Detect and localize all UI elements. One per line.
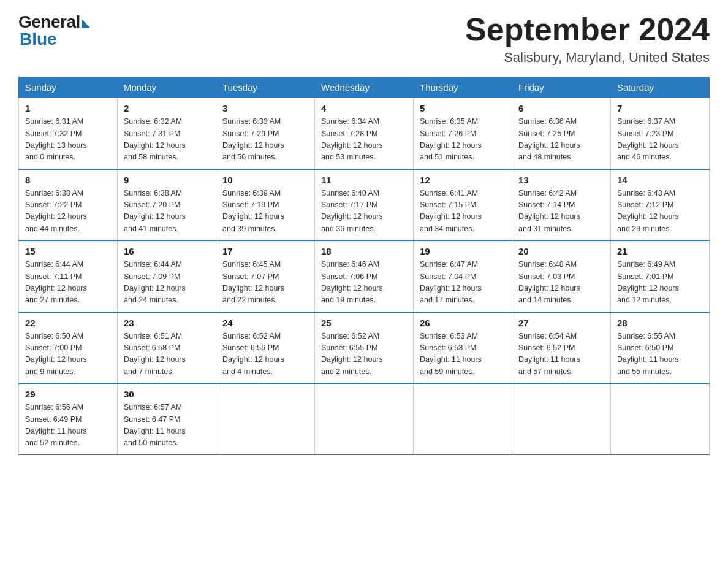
day-number: 27 (518, 318, 604, 328)
weekday-header-monday: Monday (118, 77, 216, 98)
calendar-day: 7Sunrise: 6:37 AMSunset: 7:23 PMDaylight… (611, 98, 710, 169)
weekday-header-wednesday: Wednesday (315, 77, 414, 98)
day-number: 2 (124, 103, 210, 113)
day-number: 24 (222, 318, 308, 328)
weekday-header-thursday: Thursday (414, 77, 512, 98)
calendar-day: 14Sunrise: 6:43 AMSunset: 7:12 PMDayligh… (611, 169, 710, 241)
weekday-header-friday: Friday (512, 77, 611, 98)
day-info: Sunrise: 6:54 AMSunset: 6:52 PMDaylight:… (518, 331, 604, 378)
calendar-day: 16Sunrise: 6:44 AMSunset: 7:09 PMDayligh… (118, 240, 216, 312)
calendar-day: 11Sunrise: 6:40 AMSunset: 7:17 PMDayligh… (315, 169, 414, 241)
day-info: Sunrise: 6:53 AMSunset: 6:53 PMDaylight:… (420, 331, 506, 378)
calendar-day: 13Sunrise: 6:42 AMSunset: 7:14 PMDayligh… (512, 169, 611, 241)
day-number: 15 (25, 246, 111, 256)
calendar-day: 22Sunrise: 6:50 AMSunset: 7:00 PMDayligh… (19, 312, 118, 384)
day-number: 19 (420, 246, 506, 256)
day-number: 14 (617, 175, 703, 185)
calendar-day: 26Sunrise: 6:53 AMSunset: 6:53 PMDayligh… (414, 312, 512, 384)
weekday-header-saturday: Saturday (611, 77, 710, 98)
day-number: 6 (518, 103, 604, 113)
day-number: 12 (420, 175, 506, 185)
calendar-day: 30Sunrise: 6:57 AMSunset: 6:47 PMDayligh… (118, 383, 216, 454)
calendar-week-3: 15Sunrise: 6:44 AMSunset: 7:11 PMDayligh… (19, 240, 710, 312)
calendar-day (414, 383, 512, 454)
day-number: 10 (222, 175, 308, 185)
day-info: Sunrise: 6:45 AMSunset: 7:07 PMDaylight:… (222, 259, 308, 307)
day-info: Sunrise: 6:31 AMSunset: 7:32 PMDaylight:… (25, 116, 111, 164)
calendar-day: 17Sunrise: 6:45 AMSunset: 7:07 PMDayligh… (216, 240, 315, 312)
day-info: Sunrise: 6:48 AMSunset: 7:03 PMDaylight:… (518, 259, 604, 307)
title-block: September 2024 Salisbury, Maryland, Unit… (465, 12, 710, 66)
day-info: Sunrise: 6:41 AMSunset: 7:15 PMDaylight:… (420, 188, 506, 236)
day-number: 20 (518, 246, 604, 256)
day-info: Sunrise: 6:52 AMSunset: 6:56 PMDaylight:… (222, 331, 308, 378)
day-info: Sunrise: 6:44 AMSunset: 7:09 PMDaylight:… (124, 259, 210, 307)
day-info: Sunrise: 6:44 AMSunset: 7:11 PMDaylight:… (25, 259, 111, 307)
day-info: Sunrise: 6:39 AMSunset: 7:19 PMDaylight:… (222, 188, 308, 236)
day-number: 25 (321, 318, 407, 328)
page-header: General Blue September 2024 Salisbury, M… (18, 12, 710, 66)
calendar-table: SundayMondayTuesdayWednesdayThursdayFrid… (18, 77, 710, 455)
day-number: 11 (321, 175, 407, 185)
calendar-day: 27Sunrise: 6:54 AMSunset: 6:52 PMDayligh… (512, 312, 611, 384)
day-info: Sunrise: 6:38 AMSunset: 7:20 PMDaylight:… (124, 188, 210, 236)
day-number: 23 (124, 318, 210, 328)
day-info: Sunrise: 6:40 AMSunset: 7:17 PMDaylight:… (321, 188, 407, 236)
day-number: 18 (321, 246, 407, 256)
day-number: 29 (25, 389, 111, 399)
calendar-day: 1Sunrise: 6:31 AMSunset: 7:32 PMDaylight… (19, 98, 118, 169)
calendar-day: 3Sunrise: 6:33 AMSunset: 7:29 PMDaylight… (216, 98, 315, 169)
calendar-day: 20Sunrise: 6:48 AMSunset: 7:03 PMDayligh… (512, 240, 611, 312)
weekday-header-tuesday: Tuesday (216, 77, 315, 98)
day-number: 13 (518, 175, 604, 185)
calendar-day (611, 383, 710, 454)
day-number: 4 (321, 103, 407, 113)
calendar-week-5: 29Sunrise: 6:56 AMSunset: 6:49 PMDayligh… (19, 383, 710, 454)
day-info: Sunrise: 6:56 AMSunset: 6:49 PMDaylight:… (25, 402, 111, 450)
day-info: Sunrise: 6:32 AMSunset: 7:31 PMDaylight:… (124, 116, 210, 164)
calendar-day: 25Sunrise: 6:52 AMSunset: 6:55 PMDayligh… (315, 312, 414, 384)
calendar-day: 2Sunrise: 6:32 AMSunset: 7:31 PMDaylight… (118, 98, 216, 169)
day-info: Sunrise: 6:42 AMSunset: 7:14 PMDaylight:… (518, 188, 604, 236)
day-info: Sunrise: 6:36 AMSunset: 7:25 PMDaylight:… (518, 116, 604, 164)
day-number: 5 (420, 103, 506, 113)
calendar-week-4: 22Sunrise: 6:50 AMSunset: 7:00 PMDayligh… (19, 312, 710, 384)
day-number: 26 (420, 318, 506, 328)
day-info: Sunrise: 6:33 AMSunset: 7:29 PMDaylight:… (222, 116, 308, 164)
day-number: 21 (617, 246, 703, 256)
calendar-day: 5Sunrise: 6:35 AMSunset: 7:26 PMDaylight… (414, 98, 512, 169)
calendar-day: 9Sunrise: 6:38 AMSunset: 7:20 PMDaylight… (118, 169, 216, 241)
day-info: Sunrise: 6:51 AMSunset: 6:58 PMDaylight:… (124, 331, 210, 378)
calendar-day: 19Sunrise: 6:47 AMSunset: 7:04 PMDayligh… (414, 240, 512, 312)
calendar-day: 23Sunrise: 6:51 AMSunset: 6:58 PMDayligh… (118, 312, 216, 384)
logo-triangle-icon (82, 19, 90, 28)
day-info: Sunrise: 6:35 AMSunset: 7:26 PMDaylight:… (420, 116, 506, 164)
day-info: Sunrise: 6:50 AMSunset: 7:00 PMDaylight:… (25, 331, 111, 378)
weekday-header-row: SundayMondayTuesdayWednesdayThursdayFrid… (19, 77, 710, 98)
day-number: 8 (25, 175, 111, 185)
calendar-day (216, 383, 315, 454)
day-number: 7 (617, 103, 703, 113)
day-info: Sunrise: 6:46 AMSunset: 7:06 PMDaylight:… (321, 259, 407, 307)
calendar-day: 10Sunrise: 6:39 AMSunset: 7:19 PMDayligh… (216, 169, 315, 241)
day-info: Sunrise: 6:38 AMSunset: 7:22 PMDaylight:… (25, 188, 111, 236)
calendar-day (315, 383, 414, 454)
calendar-location: Salisbury, Maryland, United States (465, 50, 710, 66)
calendar-week-1: 1Sunrise: 6:31 AMSunset: 7:32 PMDaylight… (19, 98, 710, 169)
day-info: Sunrise: 6:49 AMSunset: 7:01 PMDaylight:… (617, 259, 703, 307)
day-info: Sunrise: 6:43 AMSunset: 7:12 PMDaylight:… (617, 188, 703, 236)
calendar-day: 12Sunrise: 6:41 AMSunset: 7:15 PMDayligh… (414, 169, 512, 241)
calendar-day: 18Sunrise: 6:46 AMSunset: 7:06 PMDayligh… (315, 240, 414, 312)
calendar-day: 8Sunrise: 6:38 AMSunset: 7:22 PMDaylight… (19, 169, 118, 241)
calendar-day: 4Sunrise: 6:34 AMSunset: 7:28 PMDaylight… (315, 98, 414, 169)
calendar-day: 24Sunrise: 6:52 AMSunset: 6:56 PMDayligh… (216, 312, 315, 384)
day-number: 22 (25, 318, 111, 328)
day-number: 30 (124, 389, 210, 399)
calendar-day: 28Sunrise: 6:55 AMSunset: 6:50 PMDayligh… (611, 312, 710, 384)
day-number: 16 (124, 246, 210, 256)
calendar-day: 6Sunrise: 6:36 AMSunset: 7:25 PMDaylight… (512, 98, 611, 169)
calendar-day: 29Sunrise: 6:56 AMSunset: 6:49 PMDayligh… (19, 383, 118, 454)
day-number: 17 (222, 246, 308, 256)
day-info: Sunrise: 6:37 AMSunset: 7:23 PMDaylight:… (617, 116, 703, 164)
calendar-week-2: 8Sunrise: 6:38 AMSunset: 7:22 PMDaylight… (19, 169, 710, 241)
